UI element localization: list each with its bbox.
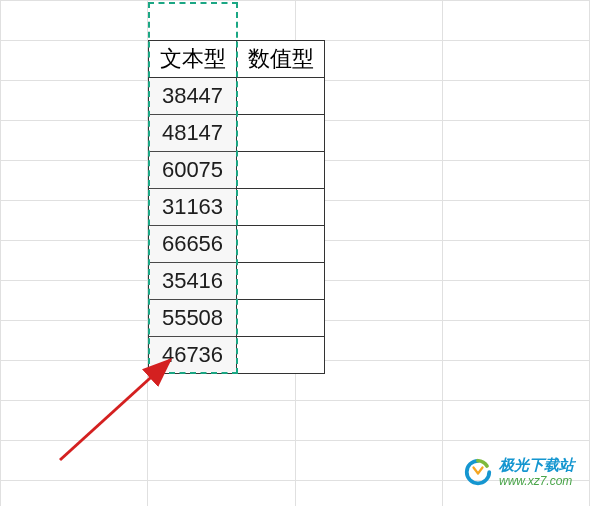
table-row: 60075 bbox=[149, 152, 325, 189]
data-table[interactable]: 文本型 数值型 38447 48147 60075 31163 66656 35… bbox=[148, 40, 325, 374]
cell-value[interactable]: 35416 bbox=[149, 263, 237, 300]
watermark: 极光下载站 www.xz7.com bbox=[463, 456, 574, 488]
cell-empty[interactable] bbox=[237, 152, 325, 189]
cell-value[interactable]: 31163 bbox=[149, 189, 237, 226]
watermark-logo-icon bbox=[463, 457, 493, 487]
table-row: 66656 bbox=[149, 226, 325, 263]
cell-empty[interactable] bbox=[237, 300, 325, 337]
table-row: 31163 bbox=[149, 189, 325, 226]
cell-value[interactable]: 66656 bbox=[149, 226, 237, 263]
empty-top-cell[interactable] bbox=[149, 3, 237, 39]
watermark-title: 极光下载站 bbox=[499, 456, 574, 474]
header-numeric-type[interactable]: 数值型 bbox=[237, 41, 325, 78]
cell-value[interactable]: 46736 bbox=[149, 337, 237, 374]
cell-empty[interactable] bbox=[237, 263, 325, 300]
cell-empty[interactable] bbox=[237, 337, 325, 374]
table-row: 38447 bbox=[149, 78, 325, 115]
cell-empty[interactable] bbox=[237, 189, 325, 226]
table-row: 35416 bbox=[149, 263, 325, 300]
cell-value[interactable]: 38447 bbox=[149, 78, 237, 115]
watermark-url: www.xz7.com bbox=[499, 474, 574, 488]
table-row: 55508 bbox=[149, 300, 325, 337]
header-text-type[interactable]: 文本型 bbox=[149, 41, 237, 78]
cell-value[interactable]: 60075 bbox=[149, 152, 237, 189]
cell-empty[interactable] bbox=[237, 226, 325, 263]
spreadsheet-grid[interactable]: 文本型 数值型 38447 48147 60075 31163 66656 35… bbox=[0, 0, 590, 506]
cell-empty[interactable] bbox=[237, 115, 325, 152]
cell-value[interactable]: 55508 bbox=[149, 300, 237, 337]
table-row: 46736 bbox=[149, 337, 325, 374]
cell-value[interactable]: 48147 bbox=[149, 115, 237, 152]
cell-empty[interactable] bbox=[237, 78, 325, 115]
table-row: 48147 bbox=[149, 115, 325, 152]
